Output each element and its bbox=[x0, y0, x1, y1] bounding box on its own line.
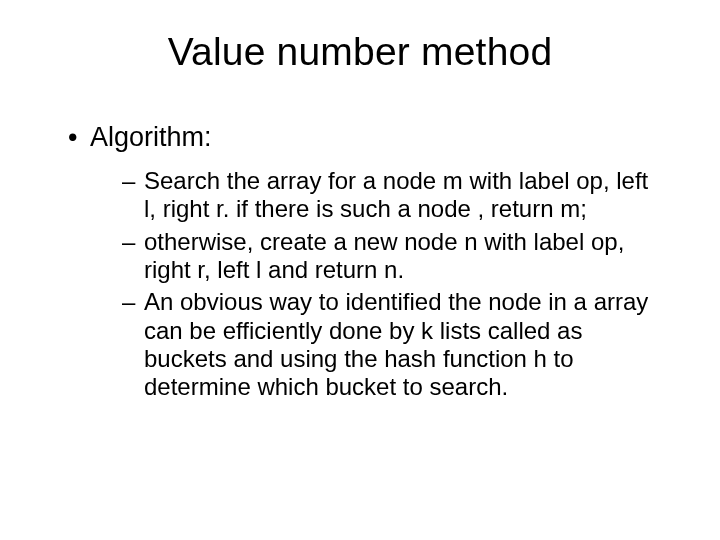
sub-bullet-item: Search the array for a node m with label… bbox=[122, 167, 660, 224]
sub-bullet-text: An obvious way to identified the node in… bbox=[144, 288, 648, 400]
bullet-list-level2: Search the array for a node m with label… bbox=[90, 167, 660, 402]
bullet-label: Algorithm: bbox=[90, 122, 212, 152]
slide-title: Value number method bbox=[60, 30, 660, 74]
sub-bullet-text: Search the array for a node m with label… bbox=[144, 167, 648, 222]
sub-bullet-item: otherwise, create a new node n with labe… bbox=[122, 228, 660, 285]
bullet-item-algorithm: Algorithm: Search the array for a node m… bbox=[68, 122, 660, 402]
slide: Value number method Algorithm: Search th… bbox=[0, 0, 720, 540]
sub-bullet-item: An obvious way to identified the node in… bbox=[122, 288, 660, 401]
sub-bullet-text: otherwise, create a new node n with labe… bbox=[144, 228, 624, 283]
bullet-list-level1: Algorithm: Search the array for a node m… bbox=[60, 122, 660, 402]
